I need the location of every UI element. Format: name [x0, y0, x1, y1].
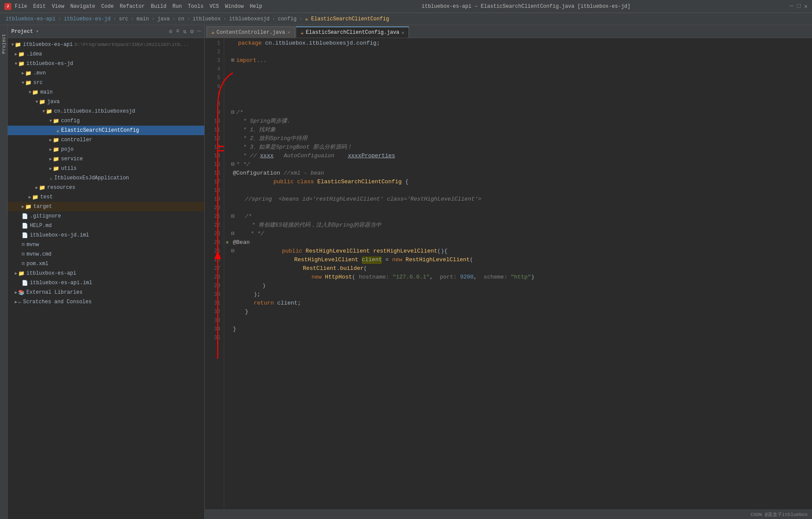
side-tab-strip: Project: [0, 25, 8, 519]
tree-item-main[interactable]: ▼ 📁 main: [8, 88, 204, 97]
menu-tools[interactable]: Tools: [188, 3, 203, 10]
title-bar: J File Edit View Navigate Code Refactor …: [0, 0, 812, 13]
menu-vcs[interactable]: VCS: [209, 3, 219, 10]
code-line-17: public class ElasticSearchClientConfig {: [231, 178, 812, 186]
code-line-1: package cn.itbluebox.itblueboxesjd.confi…: [231, 39, 812, 48]
tree-item-test[interactable]: ▶ 📁 test: [8, 192, 204, 202]
tree-item-itbluebox-es-jd[interactable]: ▼ 📁 itbluebox-es-jd: [8, 59, 204, 68]
tree-item-mvnwcmd[interactable]: m mvnw.cmd: [8, 250, 204, 259]
menu-build[interactable]: Build: [151, 3, 166, 10]
code-line-12: * 2、放到Spring中待用: [231, 134, 812, 143]
tree-item-application[interactable]: ☕ ItblueboxEsJdApplication: [8, 173, 204, 183]
line-numbers: 1 2 3 4 5 6 7 8 9 10 11 12 13 14 15 16 1…: [205, 38, 224, 509]
close-tab-content-controller[interactable]: ✕: [287, 29, 290, 35]
project-tree: ▼ 📁 itbluebox-es-api D:\ProgramWorkSpace…: [8, 38, 204, 519]
expand-icon[interactable]: ⇅: [183, 28, 187, 35]
tree-item-pomxml[interactable]: m pom.xml: [8, 259, 204, 269]
bc-item-10[interactable]: ☕ ElasticSearchClientConfig: [305, 16, 389, 22]
collapse-all-icon[interactable]: ≡: [176, 28, 179, 35]
code-line-20: [231, 204, 812, 212]
code-line-8: [231, 100, 812, 108]
menu-file[interactable]: File: [15, 3, 27, 10]
bc-item-8[interactable]: itblueboxesjd: [229, 16, 270, 22]
tree-item-scratches[interactable]: ▶ ✏ Scratches and Consoles: [8, 297, 204, 307]
close-tab-elastic[interactable]: ✕: [402, 30, 405, 36]
bc-item-5[interactable]: java: [157, 16, 170, 22]
bottom-bar: CSDN @蓝盒子itbluebox: [205, 509, 812, 519]
editor-area: ☕ ContentController.java ✕ ☕ ElasticSear…: [205, 25, 812, 519]
window-controls: ─ □ ✕: [790, 3, 808, 10]
locate-icon[interactable]: ⊙: [169, 28, 172, 35]
maximize-btn[interactable]: □: [797, 3, 800, 10]
code-line-5: [231, 74, 812, 82]
menu-code[interactable]: Code: [101, 3, 114, 10]
tree-item-helpmd[interactable]: 📄 HELP.md: [8, 221, 204, 230]
tree-item-elasticsearchclientconfig[interactable]: ☕ ElasticSearchClientConfig: [8, 126, 204, 135]
tab-elastic-search-config[interactable]: ☕ ElasticSearchClientConfig.java ✕: [296, 26, 409, 38]
hide-panel-icon[interactable]: ─: [197, 28, 201, 35]
code-line-14: * // xxxx AutoConfiguaion xxxxProperties: [231, 152, 812, 160]
bc-item-6[interactable]: cn: [178, 16, 184, 22]
tree-item-service[interactable]: ▶ 📁 service: [8, 154, 204, 164]
bc-item-9[interactable]: config: [278, 16, 296, 22]
code-line-4: [231, 65, 812, 74]
settings-icon[interactable]: ⚙: [190, 28, 193, 35]
tree-item-idea[interactable]: ▶ 📁 .idea: [8, 49, 204, 59]
tree-item-mvnw[interactable]: m mvnw: [8, 240, 204, 250]
code-line-35: [231, 334, 812, 342]
tree-item-iml[interactable]: 📄 itbluebox-es-jd.iml: [8, 230, 204, 240]
tree-item-pojo[interactable]: ▶ 📁 pojo: [8, 145, 204, 154]
close-btn[interactable]: ✕: [804, 3, 808, 10]
tree-item-controller[interactable]: ▶ 📁 controller: [8, 135, 204, 145]
menu-bar: File Edit View Navigate Code Refactor Bu…: [15, 3, 262, 10]
code-line-21: ⊟/*: [231, 212, 812, 221]
project-panel: Project ▾ ⊙ ≡ ⇅ ⚙ ─ ▼ 📁 itbluebox-es-api…: [8, 25, 205, 519]
tree-item-itbluxbox-es-api[interactable]: ▶ 📁 itbluxbox-es-api: [8, 269, 204, 278]
editor-tabs: ☕ ContentController.java ✕ ☕ ElasticSear…: [205, 25, 812, 38]
tree-item-external-libs[interactable]: ▶ 📚 External Libraries: [8, 288, 204, 297]
code-line-24: ◉ @Bean: [231, 238, 812, 247]
tree-item-java[interactable]: ▼ 📁 java: [8, 97, 204, 107]
bc-item-7[interactable]: itbluebox: [193, 16, 221, 22]
tree-item-resources[interactable]: ▶ 📁 resources: [8, 183, 204, 192]
code-line-33: [231, 316, 812, 325]
code-line-11: * 1、找对象: [231, 126, 812, 134]
tree-item-api-iml[interactable]: 📄 itbluebox-es-api.iml: [8, 278, 204, 288]
menu-navigate[interactable]: Navigate: [70, 3, 95, 10]
bc-item-1[interactable]: itbluebox-es-api: [6, 16, 55, 22]
project-tab[interactable]: Project: [0, 32, 7, 56]
code-line-9: ⊟/*: [231, 108, 812, 117]
code-line-30: );: [231, 290, 812, 299]
tree-item-cn[interactable]: ▼ 📁 cn.itbluebox.itblueboxesjd: [8, 107, 204, 116]
tree-item-src[interactable]: ▼ 📁 src: [8, 78, 204, 88]
menu-help[interactable]: Help: [250, 3, 262, 10]
code-line-28: new HttpHost( hostname: "127.0.0.1", por…: [231, 273, 812, 282]
bc-item-2[interactable]: itbluebox-es-jd: [64, 16, 110, 22]
code-line-23: ⊟ * */: [231, 230, 812, 238]
tree-item-gitignore[interactable]: 📄 .gitignore: [8, 211, 204, 221]
menu-view[interactable]: View: [52, 3, 64, 10]
minimize-btn[interactable]: ─: [790, 3, 793, 10]
tree-item-config[interactable]: ▼ 📁 config: [8, 116, 204, 126]
code-line-19: //spring <beans id='restHighLevelClient'…: [231, 195, 812, 204]
tree-item-mvn[interactable]: ▶ 📁 .mvn: [8, 68, 204, 78]
code-line-13: * 3、如果是SpringBoot 那么分析源码！: [231, 143, 812, 152]
code-editor[interactable]: 1 2 3 4 5 6 7 8 9 10 11 12 13 14 15 16 1…: [205, 38, 812, 509]
tab-content-controller[interactable]: ☕ ContentController.java ✕: [206, 26, 295, 38]
code-line-2: [231, 48, 812, 56]
code-line-22: * 将创建ES链接的代码，注入到Spring的容器当中: [231, 221, 812, 230]
tree-item-target[interactable]: ▶ 📁 target: [8, 202, 204, 211]
menu-edit[interactable]: Edit: [33, 3, 46, 10]
bc-item-4[interactable]: main: [136, 16, 149, 22]
code-line-32: }: [231, 308, 812, 316]
menu-refactor[interactable]: Refactor: [120, 3, 145, 10]
tree-item-utils[interactable]: ▶ 📁 utils: [8, 164, 204, 173]
bc-item-3[interactable]: src: [119, 16, 129, 22]
dropdown-icon[interactable]: ▾: [35, 28, 39, 35]
menu-window[interactable]: Window: [225, 3, 244, 10]
code-content[interactable]: package cn.itbluebox.itblueboxesjd.confi…: [224, 38, 812, 509]
tree-item-root[interactable]: ▼ 📁 itbluebox-es-api D:\ProgramWorkSpace…: [8, 40, 204, 49]
project-panel-title: Project: [11, 29, 33, 35]
code-line-15: ⊟* */: [231, 160, 812, 169]
menu-run[interactable]: Run: [172, 3, 182, 10]
